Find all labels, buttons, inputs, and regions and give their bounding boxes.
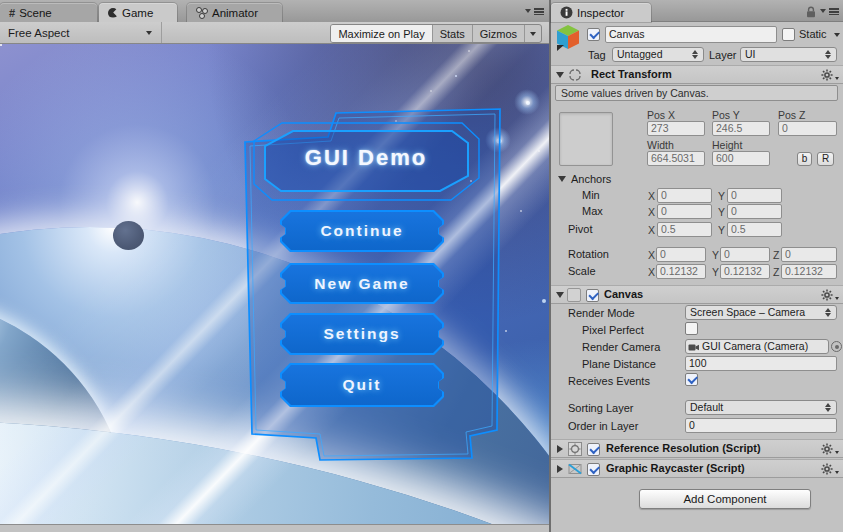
pos-y-field[interactable]: 246.5 — [712, 121, 770, 136]
pixel-perfect-label: Pixel Perfect — [582, 324, 644, 337]
foldout-open-icon[interactable] — [556, 72, 564, 78]
game-viewport[interactable]: GUI Demo Continue New Game Settings Quit — [0, 44, 549, 524]
scifi-menu-frame — [0, 44, 549, 524]
gear-icon[interactable] — [821, 289, 839, 302]
rect-transform-title: Rect Transform — [591, 66, 672, 83]
pane-menu-icon[interactable] — [820, 7, 840, 16]
render-camera-label: Render Camera — [582, 341, 660, 354]
height-field[interactable]: 600 — [712, 151, 770, 166]
gameobject-name-field[interactable]: Canvas — [605, 26, 777, 43]
scale-x-field[interactable]: 0.12132 — [656, 264, 706, 279]
axis-x-label: X — [648, 266, 655, 279]
gear-icon[interactable] — [821, 443, 839, 456]
receives-events-checkbox[interactable] — [685, 373, 698, 386]
anchor-preview-box — [559, 112, 613, 166]
aspect-dropdown[interactable]: Free Aspect — [0, 22, 162, 43]
anchor-min-x-field[interactable]: 0 — [657, 188, 712, 203]
foldout-closed-icon[interactable] — [557, 445, 563, 453]
layer-dropdown[interactable]: UI — [740, 47, 837, 62]
blueprint-mode-button[interactable]: b — [797, 152, 812, 166]
scale-y-field[interactable]: 0.12132 — [720, 264, 770, 279]
graphic-raycaster-header[interactable]: Graphic Raycaster (Script) — [551, 459, 843, 478]
tab-scene[interactable]: # Scene — [0, 3, 97, 22]
reference-resolution-header[interactable]: Reference Resolution (Script) — [551, 439, 843, 458]
tab-inspector[interactable]: Inspector — [551, 3, 651, 22]
pivot-y-field[interactable]: 0.5 — [727, 222, 782, 237]
rect-transform-header[interactable]: Rect Transform — [551, 65, 843, 84]
static-dropdown-caret[interactable] — [834, 33, 840, 37]
pos-z-field[interactable]: 0 — [778, 121, 837, 136]
pivot-x-field[interactable]: 0.5 — [657, 222, 712, 237]
render-mode-label: Render Mode — [568, 307, 635, 320]
scene-icon: # — [9, 7, 15, 19]
axis-y-label: Y — [718, 206, 725, 219]
canvas-component-header[interactable]: Canvas — [551, 285, 843, 304]
game-menu-title: GUI Demo — [266, 145, 466, 171]
inspector-panel: Inspector Canvas Static Tag Untagged Lay… — [551, 0, 843, 532]
plane-distance-field[interactable]: 100 — [685, 356, 837, 371]
animator-icon — [196, 7, 208, 19]
anchor-max-y-field[interactable]: 0 — [727, 204, 782, 219]
game-view-panel: # Scene Game Animator Free Aspect Maximi… — [0, 0, 549, 532]
tab-animator[interactable]: Animator — [187, 3, 282, 22]
new-game-button-label: New Game — [282, 265, 442, 302]
gear-icon[interactable] — [821, 463, 839, 476]
dropdown-spinner-icon — [825, 403, 832, 413]
canvas-component-title: Canvas — [604, 286, 643, 303]
gameobject-cube-icon[interactable] — [555, 24, 581, 52]
aspect-dropdown-label: Free Aspect — [8, 27, 69, 39]
tab-game-label: Game — [122, 7, 153, 19]
gizmos-dropdown-caret[interactable] — [524, 25, 541, 42]
stats-button[interactable]: Stats — [432, 25, 472, 42]
anchor-min-y-field[interactable]: 0 — [727, 188, 782, 203]
quit-button[interactable]: Quit — [280, 363, 444, 407]
settings-button-label: Settings — [282, 315, 442, 353]
width-field[interactable]: 664.5031 — [647, 151, 705, 166]
gizmos-button[interactable]: Gizmos — [472, 25, 524, 42]
axis-y-label: Y — [712, 249, 719, 262]
render-mode-dropdown[interactable]: Screen Space – Camera — [685, 305, 837, 320]
tab-game[interactable]: Game — [99, 3, 177, 22]
raw-edit-mode-button[interactable]: R — [817, 152, 834, 166]
lock-icon[interactable] — [805, 6, 817, 18]
info-icon — [560, 6, 573, 19]
dropdown-spinner-icon — [825, 50, 832, 60]
rotation-label: Rotation — [568, 248, 609, 261]
graphic-raycaster-title: Graphic Raycaster (Script) — [606, 460, 745, 477]
continue-button[interactable]: Continue — [280, 210, 444, 252]
foldout-closed-icon[interactable] — [557, 465, 563, 473]
foldout-open-icon[interactable] — [556, 292, 564, 298]
new-game-button[interactable]: New Game — [280, 263, 444, 304]
rotation-x-field[interactable]: 0 — [656, 247, 706, 262]
rotation-z-field[interactable]: 0 — [781, 247, 837, 262]
object-picker-icon[interactable] — [831, 341, 842, 352]
graphic-raycaster-enabled-checkbox[interactable] — [587, 463, 600, 476]
gear-icon[interactable] — [821, 69, 839, 82]
anchor-max-x-field[interactable]: 0 — [657, 204, 712, 219]
render-camera-object-field[interactable]: GUI Camera (Camera) — [685, 339, 829, 354]
tag-dropdown[interactable]: Untagged — [612, 47, 704, 62]
tag-label: Tag — [588, 49, 606, 62]
anchors-foldout-icon[interactable] — [558, 176, 566, 182]
pivot-label: Pivot — [568, 223, 592, 236]
sorting-layer-dropdown[interactable]: Default — [685, 400, 837, 415]
maximize-on-play-button[interactable]: Maximize on Play — [331, 25, 431, 42]
settings-button[interactable]: Settings — [280, 313, 444, 355]
scale-z-field[interactable]: 0.12132 — [781, 264, 837, 279]
gameobject-active-checkbox[interactable] — [587, 28, 600, 41]
order-in-layer-field[interactable]: 0 — [685, 418, 837, 433]
layer-label: Layer — [709, 49, 737, 62]
tab-animator-label: Animator — [212, 7, 258, 19]
rotation-y-field[interactable]: 0 — [720, 247, 770, 262]
static-checkbox[interactable] — [782, 28, 795, 41]
pos-x-field[interactable]: 273 — [647, 121, 705, 136]
reference-resolution-enabled-checkbox[interactable] — [587, 443, 600, 456]
add-component-button[interactable]: Add Component — [639, 489, 811, 509]
axis-y-label: Y — [718, 224, 725, 237]
anchors-max-label: Max — [582, 205, 603, 218]
receives-events-label: Receives Events — [568, 375, 650, 388]
canvas-enabled-checkbox[interactable] — [586, 289, 599, 302]
axis-x-label: X — [648, 190, 655, 203]
pane-menu-icon[interactable] — [525, 7, 545, 16]
pixel-perfect-checkbox[interactable] — [685, 322, 698, 335]
